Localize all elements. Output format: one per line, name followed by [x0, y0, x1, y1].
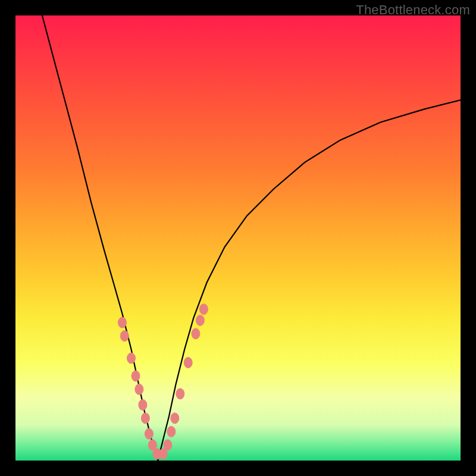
- data-point: [131, 371, 140, 381]
- data-point: [192, 328, 200, 339]
- data-point: [184, 357, 192, 368]
- highlighted-points: [118, 304, 208, 459]
- data-point: [127, 353, 136, 364]
- data-point: [139, 400, 147, 411]
- watermark-text: TheBottleneck.com: [356, 2, 470, 18]
- data-point: [135, 384, 143, 394]
- data-point: [141, 413, 149, 424]
- data-point: [167, 426, 176, 437]
- data-point: [118, 317, 127, 328]
- data-point: [164, 440, 172, 450]
- chart-svg: [15, 15, 461, 461]
- plot-area: [15, 15, 461, 461]
- data-point: [145, 428, 153, 439]
- data-point: [171, 413, 179, 424]
- data-point: [176, 389, 184, 399]
- chart-frame: TheBottleneck.com: [0, 0, 476, 476]
- data-point: [196, 315, 204, 325]
- data-point: [120, 331, 129, 342]
- curve-right-branch: [158, 100, 461, 461]
- data-point: [199, 304, 208, 315]
